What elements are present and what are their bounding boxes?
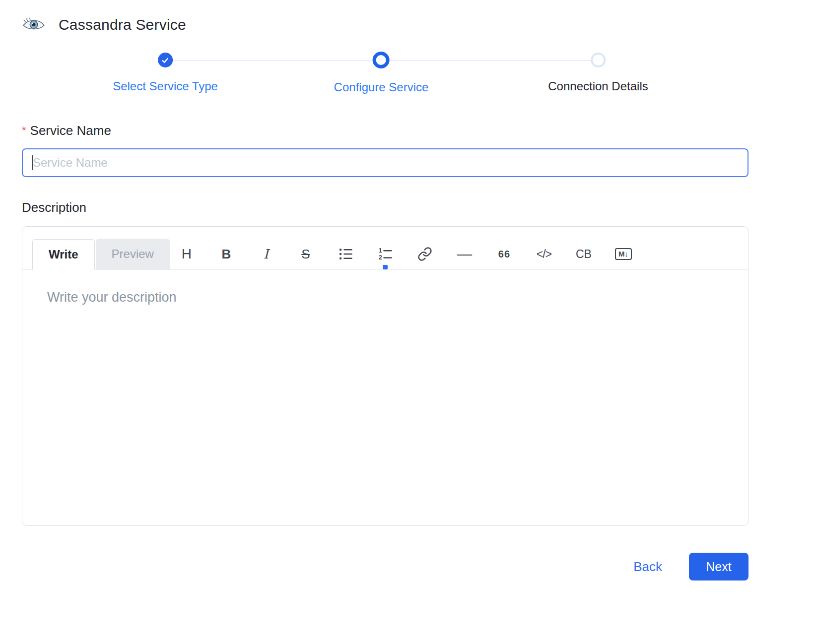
- step-connection-details[interactable]: Connection Details: [548, 51, 648, 93]
- service-wizard-page: Cassandra Service Select Service Type Co…: [22, 0, 748, 580]
- markdown-button[interactable]: M↓: [613, 243, 633, 265]
- description-label: Description: [22, 200, 748, 215]
- strikethrough-button[interactable]: S: [296, 243, 316, 265]
- inline-code-button[interactable]: </>: [534, 243, 554, 265]
- cassandra-logo-icon: [22, 17, 46, 33]
- svg-text:2: 2: [379, 254, 382, 261]
- svg-text:1: 1: [379, 247, 382, 254]
- bulleted-list-icon: [338, 247, 353, 261]
- step-label: Connection Details: [548, 79, 648, 93]
- step-completed-circle: [158, 53, 173, 67]
- next-button[interactable]: Next: [689, 553, 748, 580]
- quote-button[interactable]: 66: [494, 243, 514, 265]
- tab-preview[interactable]: Preview: [96, 239, 170, 269]
- italic-icon: I: [264, 247, 269, 261]
- step-label: Configure Service: [334, 80, 429, 94]
- step-select-service-type[interactable]: Select Service Type: [113, 51, 218, 93]
- bold-icon: B: [222, 247, 231, 262]
- code-block-button[interactable]: CB: [574, 243, 594, 265]
- bold-button[interactable]: B: [216, 243, 236, 265]
- inline-code-icon: </>: [537, 248, 551, 261]
- markdown-icon: M↓: [615, 248, 632, 260]
- tab-write[interactable]: Write: [32, 239, 95, 270]
- back-button[interactable]: Back: [630, 559, 665, 575]
- bulleted-list-button[interactable]: [336, 243, 355, 265]
- link-icon: [417, 247, 432, 261]
- editor-toolbar-tools: H B I S: [177, 239, 633, 269]
- step-active-circle: [373, 52, 390, 68]
- numbered-list-button[interactable]: 1 2: [375, 243, 395, 265]
- text-cursor: [32, 155, 33, 170]
- required-asterisk: *: [22, 124, 26, 136]
- heading-button[interactable]: H: [177, 243, 197, 265]
- description-editor-area[interactable]: [46, 289, 736, 526]
- link-button[interactable]: [415, 243, 435, 265]
- page-title: Cassandra Service: [59, 16, 186, 33]
- page-header: Cassandra Service: [22, 12, 748, 38]
- service-name-input-wrap: [22, 148, 748, 177]
- check-icon: [161, 56, 169, 64]
- editor-body: [22, 270, 748, 526]
- step-label: Select Service Type: [113, 79, 218, 93]
- step-configure-service[interactable]: Configure Service: [334, 51, 429, 94]
- service-name-label: *Service Name: [22, 123, 748, 138]
- tooltip-caret: [383, 265, 388, 269]
- service-name-input[interactable]: [22, 148, 748, 177]
- description-markdown-editor: Write Preview H B I S: [22, 226, 748, 526]
- service-name-label-text: Service Name: [30, 123, 111, 138]
- wizard-footer: Back Next: [22, 553, 748, 580]
- step-pending-circle: [591, 53, 606, 67]
- quote-icon: 66: [498, 249, 510, 260]
- heading-icon: H: [182, 246, 192, 262]
- strikethrough-icon: S: [301, 247, 310, 262]
- horizontal-rule-button[interactable]: —: [455, 243, 475, 265]
- code-block-icon: CB: [576, 248, 592, 261]
- horizontal-rule-icon: —: [457, 246, 472, 262]
- numbered-list-icon: 1 2: [378, 247, 393, 261]
- editor-toolbar: Write Preview H B I S: [22, 227, 748, 270]
- italic-button[interactable]: I: [256, 243, 276, 265]
- wizard-stepper: Select Service Type Configure Service Co…: [22, 51, 748, 100]
